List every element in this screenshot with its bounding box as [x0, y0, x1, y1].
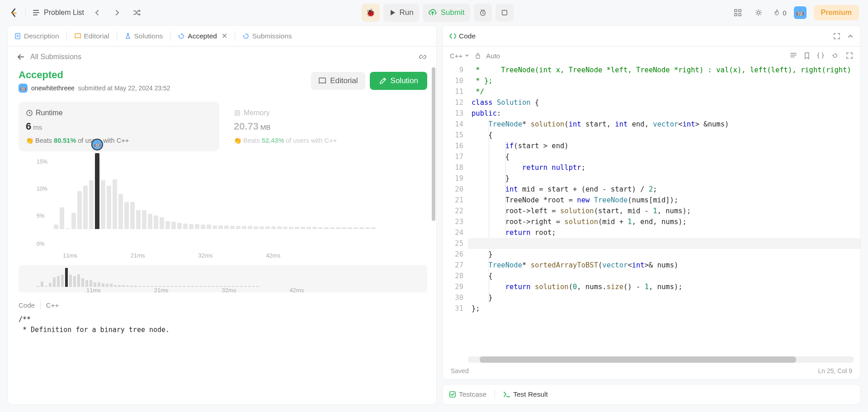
chart-bar[interactable]: [160, 217, 164, 229]
chart-bar[interactable]: [154, 215, 158, 229]
code-line[interactable]: {: [468, 271, 860, 281]
code-line[interactable]: return solution(0, nums.size() - 1, nums…: [468, 281, 860, 292]
chart-bar[interactable]: [107, 186, 111, 229]
code-line[interactable]: * TreeNode(int x, TreeNode *left, TreeNo…: [468, 65, 860, 75]
chart-bar[interactable]: [371, 227, 376, 229]
chart-bar[interactable]: [118, 194, 123, 229]
code-line[interactable]: }: [468, 292, 860, 303]
code-line[interactable]: return root;: [468, 227, 860, 238]
code-line[interactable]: {: [468, 130, 860, 140]
chart-bar[interactable]: [224, 225, 229, 229]
next-problem-button[interactable]: [110, 6, 124, 19]
chart-bar[interactable]: [66, 228, 70, 229]
code-line[interactable]: {: [468, 151, 860, 162]
chart-bar[interactable]: [183, 224, 188, 229]
tab-editorial[interactable]: Editorial: [74, 32, 109, 40]
chart-bar[interactable]: [142, 210, 146, 229]
code-line[interactable]: TreeNode* sortedArrayToBST(vector<int>& …: [468, 260, 860, 271]
chart-bar[interactable]: [177, 223, 182, 229]
chart-bar[interactable]: [124, 202, 129, 229]
format-icon[interactable]: [790, 52, 797, 59]
chart-bar[interactable]: [113, 179, 117, 229]
chart-bar[interactable]: [195, 224, 199, 229]
code-line[interactable]: class Solution {: [468, 97, 860, 108]
chart-bar[interactable]: [342, 227, 346, 229]
chart-bar[interactable]: [148, 214, 152, 229]
chart-bar[interactable]: [89, 180, 94, 229]
code-line[interactable]: }: [468, 173, 860, 184]
settings-button[interactable]: [752, 6, 765, 19]
chart-bar[interactable]: [218, 225, 223, 229]
chart-bar[interactable]: [307, 227, 311, 229]
code-line[interactable]: root->left = solution(start, mid - 1, nu…: [468, 206, 860, 216]
code-line[interactable]: TreeNode* solution(int start, int end, v…: [468, 119, 860, 130]
notes-button[interactable]: [495, 4, 514, 22]
braces-icon[interactable]: [817, 52, 824, 59]
run-button[interactable]: Run: [383, 4, 419, 22]
code-line[interactable]: public:: [468, 108, 860, 119]
code-line[interactable]: int mid = start + (end - start) / 2;: [468, 184, 860, 195]
chevron-up-icon[interactable]: [847, 33, 854, 40]
chart-bar[interactable]: [71, 213, 76, 229]
chart-bar[interactable]: [265, 226, 270, 229]
tab-description[interactable]: Description: [14, 32, 59, 40]
chart-bar[interactable]: [230, 226, 235, 229]
chart-bar[interactable]: [277, 226, 282, 229]
close-icon[interactable]: ✕: [222, 32, 227, 40]
expand-icon[interactable]: [833, 33, 840, 40]
code-editor[interactable]: 9101112131415161718192021222324252627282…: [443, 65, 860, 353]
premium-button[interactable]: Premium: [814, 5, 859, 20]
chart-bar[interactable]: [136, 210, 141, 229]
editorial-button[interactable]: Editorial: [311, 72, 365, 90]
chart-bar[interactable]: [236, 226, 241, 229]
chart-bar[interactable]: [212, 225, 217, 229]
chart-bar[interactable]: [336, 227, 340, 229]
chart-bar[interactable]: [242, 226, 246, 229]
shuffle-button[interactable]: [130, 6, 144, 19]
prev-problem-button[interactable]: [90, 6, 104, 19]
leetcode-logo-icon[interactable]: [9, 8, 19, 18]
fullscreen-icon[interactable]: [846, 52, 853, 59]
code-line[interactable]: };: [468, 303, 860, 314]
chart-bar[interactable]: [189, 224, 193, 229]
debug-button[interactable]: 🐞: [362, 4, 380, 22]
tab-test-result[interactable]: Test Result: [503, 390, 548, 398]
back-button[interactable]: [17, 53, 25, 61]
username[interactable]: onewhitethreee: [31, 84, 75, 92]
chart-bar[interactable]: [354, 227, 358, 229]
chart-bar[interactable]: [301, 227, 305, 229]
bookmark-icon[interactable]: [804, 52, 810, 59]
code-line[interactable]: root->right = solution(mid + 1, end, num…: [468, 216, 860, 227]
chart-bar[interactable]: [359, 227, 364, 229]
chart-bar[interactable]: [289, 227, 293, 229]
chart-bar[interactable]: [54, 225, 58, 229]
chart-bar[interactable]: [60, 207, 64, 229]
chart-bar[interactable]: [207, 225, 211, 229]
timer-button[interactable]: [474, 4, 492, 22]
tab-submissions[interactable]: Submissions: [242, 32, 292, 40]
chart-bar[interactable]: [248, 226, 252, 229]
chart-bar[interactable]: [318, 227, 323, 229]
layout-button[interactable]: [731, 6, 745, 19]
user-avatar[interactable]: 🤖: [794, 6, 807, 19]
chart-bar[interactable]: [259, 226, 264, 229]
link-icon[interactable]: [418, 52, 427, 61]
tab-code[interactable]: Code: [449, 32, 476, 40]
code-line[interactable]: }: [468, 249, 860, 260]
code-line[interactable]: TreeNode *root = new TreeNode(nums[mid])…: [468, 195, 860, 206]
chart-bar[interactable]: [83, 186, 88, 229]
chart-bar[interactable]: [271, 226, 276, 229]
solution-button[interactable]: Solution: [370, 72, 427, 90]
chart-bar[interactable]: [295, 227, 299, 229]
chart-bar[interactable]: [130, 202, 135, 229]
chart-bar[interactable]: [101, 180, 105, 229]
code-line[interactable]: return nullptr;: [468, 162, 860, 173]
mini-chart-brush[interactable]: 11ms 21ms 32ms 42ms: [19, 265, 427, 292]
chart-bar[interactable]: [348, 227, 352, 229]
chart-bar[interactable]: [77, 191, 82, 229]
chart-bar[interactable]: [365, 227, 370, 229]
chart-bar[interactable]: [254, 226, 258, 229]
code-line[interactable]: if(start > end): [468, 140, 860, 151]
language-select[interactable]: C++: [450, 52, 470, 60]
tab-accepted[interactable]: Accepted ✕: [178, 32, 227, 40]
